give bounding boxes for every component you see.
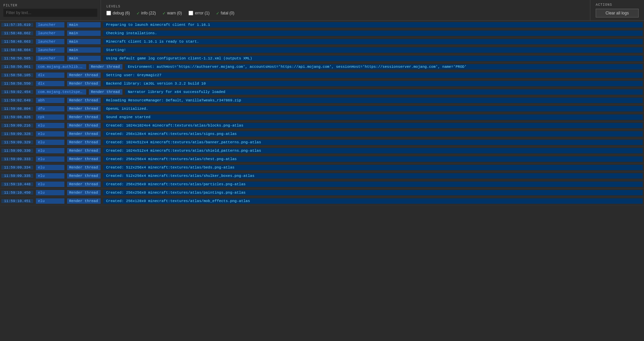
- levels-label: LEVELS: [106, 5, 585, 8]
- log-message: Minecraft client 1.16.1 is ready to star…: [103, 39, 643, 44]
- log-source: dfu: [36, 106, 64, 111]
- log-thread: Render thread: [89, 89, 122, 95]
- log-source: com.mojang.text2spee...: [36, 89, 86, 95]
- log-thread: Render thread: [67, 123, 101, 128]
- log-timestamp: 11:59:09.334: [1, 165, 33, 169]
- level-item-warn[interactable]: ✓warn (0): [163, 10, 182, 16]
- log-thread: Render thread: [67, 182, 101, 187]
- filter-section: FILTER: [0, 0, 101, 20]
- actions-label: ACTIONS: [596, 3, 639, 7]
- log-source: launcher: [36, 22, 64, 28]
- log-timestamp: 11:59:10.450: [1, 191, 33, 195]
- log-source: elu: [36, 140, 64, 145]
- log-row: 11:58:50.585launchermainUsing default ga…: [0, 54, 644, 63]
- log-row: 11:58:50.061com.mojang.authlib.y...Rende…: [0, 63, 644, 71]
- log-message: Preparing to launch minecraft client for…: [103, 22, 643, 28]
- log-source: elu: [36, 173, 64, 179]
- log-message: Using default game log configuration cli…: [103, 56, 643, 61]
- levels-row: debug (6)✓info (22)✓warn (0)error (1)✓fa…: [106, 10, 585, 16]
- log-timestamp: 11:58:58.550: [1, 82, 33, 86]
- log-source: elu: [36, 190, 64, 195]
- warn-label: warn (0): [167, 11, 182, 15]
- debug-checkbox[interactable]: [106, 11, 111, 15]
- levels-section: LEVELS debug (6)✓info (22)✓warn (0)error…: [101, 0, 590, 20]
- log-thread: Render thread: [67, 72, 101, 78]
- log-source: launcher: [36, 39, 64, 44]
- log-thread: Render thread: [67, 140, 101, 145]
- log-message: Created: 512x256x4 minecraft:textures/at…: [103, 173, 643, 179]
- log-thread: Render thread: [67, 98, 101, 103]
- info-checkmark-icon: ✓: [137, 10, 139, 16]
- log-thread: Render thread: [89, 64, 122, 69]
- log-source: cpk: [36, 114, 64, 120]
- log-row: 11:59:02.454com.mojang.text2spee...Rende…: [0, 88, 644, 96]
- log-message: Created: 256x256x0 minecraft:textures/at…: [103, 190, 643, 195]
- log-row: 11:57:35.619launchermainPreparing to lau…: [0, 21, 644, 29]
- log-thread: Render thread: [67, 148, 101, 153]
- log-message: Created: 1024x512x4 minecraft:textures/a…: [103, 148, 643, 153]
- log-row: 11:59:10.450eluRender threadCreated: 256…: [0, 189, 644, 197]
- log-message: Checking installations.: [103, 31, 643, 36]
- info-label: info (22): [141, 11, 156, 15]
- log-row: 11:59:02.649abhRender threadReloading Re…: [0, 96, 644, 105]
- log-message: Setting user: Greymagic27: [103, 72, 643, 78]
- actions-section: ACTIONS Clear all logs: [590, 0, 644, 20]
- level-item-debug[interactable]: debug (6): [106, 11, 130, 15]
- log-thread: Render thread: [67, 81, 101, 86]
- log-source: elu: [36, 165, 64, 170]
- log-timestamp: 11:58:58.105: [1, 73, 33, 77]
- log-thread: Render thread: [67, 173, 101, 179]
- log-row: 11:58:48.662launchermainChecking install…: [0, 29, 644, 38]
- level-item-info[interactable]: ✓info (22): [137, 10, 156, 16]
- log-source: dlx: [36, 81, 64, 86]
- log-row: 11:58:48.664launchermainStarting!: [0, 46, 644, 54]
- log-row: 11:59:09.216eluRender threadCreated: 102…: [0, 121, 644, 130]
- log-message: Created: 256x128x0 minecraft:textures/at…: [103, 198, 643, 204]
- log-message: Backend library: LWJGL version 3.2.2 bui…: [103, 81, 643, 86]
- log-thread: Render thread: [67, 114, 101, 120]
- clear-logs-button[interactable]: Clear all logs: [596, 9, 639, 17]
- log-message: Created: 256x256x0 minecraft:textures/at…: [103, 182, 643, 187]
- log-timestamp: 11:59:09.328: [1, 132, 33, 136]
- error-checkbox[interactable]: [189, 11, 193, 15]
- log-row: 11:59:09.330eluRender threadCreated: 102…: [0, 147, 644, 155]
- log-thread: Render thread: [67, 198, 101, 204]
- log-source: launcher: [36, 56, 64, 61]
- level-item-fatal[interactable]: ✓fatal (0): [216, 10, 234, 16]
- log-thread: main: [67, 47, 101, 53]
- log-message: Created: 256x256x4 minecraft:textures/at…: [103, 156, 643, 162]
- log-message: Created: 256x128x4 minecraft:textures/at…: [103, 131, 643, 137]
- log-timestamp: 11:58:48.664: [1, 48, 33, 52]
- log-source: dlx: [36, 72, 64, 78]
- log-thread: main: [67, 31, 101, 36]
- log-thread: main: [67, 56, 101, 61]
- log-source: com.mojang.authlib.y...: [36, 64, 86, 69]
- log-timestamp: 11:58:48.662: [1, 31, 33, 35]
- filter-input[interactable]: [3, 9, 97, 17]
- log-timestamp: 11:59:09.333: [1, 157, 33, 161]
- log-message: Environment: authHost='https://authserve…: [125, 64, 643, 69]
- log-thread: main: [67, 22, 101, 28]
- level-item-error[interactable]: error (1): [189, 11, 209, 15]
- log-message: Narrator library for x64 successfully lo…: [125, 89, 643, 95]
- error-label: error (1): [195, 11, 209, 15]
- log-timestamp: 11:59:10.448: [1, 182, 33, 186]
- log-timestamp: 11:59:02.649: [1, 98, 33, 102]
- log-row: 11:58:58.550dlxRender threadBackend libr…: [0, 80, 644, 88]
- log-message: Created: 1024x512x4 minecraft:textures/a…: [103, 140, 643, 145]
- log-source: launcher: [36, 47, 64, 53]
- log-row: 11:59:09.329eluRender threadCreated: 102…: [0, 138, 644, 147]
- log-timestamp: 11:59:02.454: [1, 90, 33, 94]
- debug-label: debug (6): [113, 11, 130, 15]
- log-thread: Render thread: [67, 165, 101, 170]
- fatal-label: fatal (0): [221, 11, 234, 15]
- log-thread: Render thread: [67, 190, 101, 195]
- log-row: 11:59:09.333eluRender threadCreated: 256…: [0, 155, 644, 163]
- log-source: elu: [36, 156, 64, 162]
- log-message: Sound engine started: [103, 114, 643, 120]
- log-container: 11:57:35.619launchermainPreparing to lau…: [0, 21, 644, 341]
- log-source: elu: [36, 123, 64, 128]
- log-timestamp: 11:59:08.826: [1, 115, 33, 119]
- log-source: elu: [36, 182, 64, 187]
- log-message: OpenAL initialized.: [103, 106, 643, 111]
